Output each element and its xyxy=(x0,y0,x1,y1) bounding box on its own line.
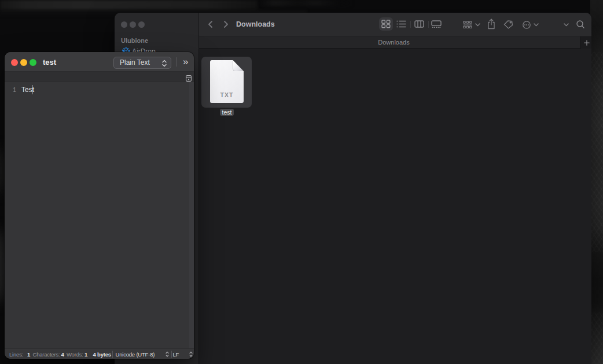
svg-text:TXT: TXT xyxy=(220,91,234,98)
